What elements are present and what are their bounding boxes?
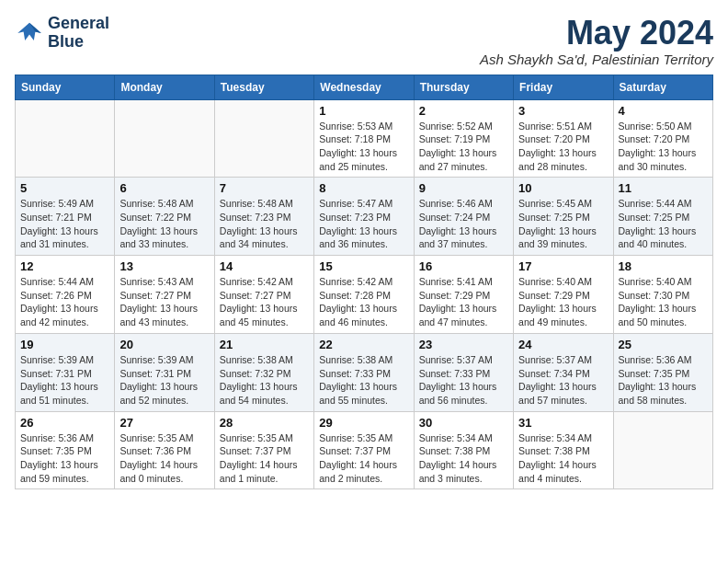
calendar-cell: 1Sunrise: 5:53 AM Sunset: 7:18 PM Daylig… — [314, 99, 414, 178]
day-info: Sunrise: 5:42 AM Sunset: 7:27 PM Dayligh… — [220, 275, 309, 329]
calendar-cell — [16, 99, 115, 178]
day-number: 26 — [20, 416, 109, 430]
day-number: 19 — [20, 338, 109, 351]
day-number: 13 — [119, 259, 209, 273]
calendar-cell: 19Sunrise: 5:39 AM Sunset: 7:31 PM Dayli… — [16, 333, 115, 411]
calendar-cell: 22Sunrise: 5:38 AM Sunset: 7:33 PM Dayli… — [314, 333, 414, 411]
calendar-cell: 30Sunrise: 5:34 AM Sunset: 7:38 PM Dayli… — [414, 411, 513, 489]
calendar-header-row: SundayMondayTuesdayWednesdayThursdayFrid… — [16, 75, 713, 99]
day-number: 15 — [319, 259, 408, 273]
page-header: General Blue May 2024 Ash Shaykh Sa'd, P… — [15, 15, 713, 67]
day-info: Sunrise: 5:34 AM Sunset: 7:38 PM Dayligh… — [419, 431, 508, 486]
calendar-cell: 20Sunrise: 5:39 AM Sunset: 7:31 PM Dayli… — [115, 333, 214, 411]
day-number: 22 — [319, 338, 408, 351]
calendar-cell: 29Sunrise: 5:35 AM Sunset: 7:37 PM Dayli… — [314, 411, 414, 489]
calendar-cell: 21Sunrise: 5:38 AM Sunset: 7:32 PM Dayli… — [214, 333, 313, 411]
weekday-header-thursday: Thursday — [414, 75, 513, 99]
day-info: Sunrise: 5:35 AM Sunset: 7:37 PM Dayligh… — [319, 431, 408, 486]
day-number: 23 — [419, 338, 508, 351]
day-number: 30 — [419, 416, 508, 430]
day-info: Sunrise: 5:36 AM Sunset: 7:35 PM Dayligh… — [619, 353, 708, 408]
calendar-cell: 6Sunrise: 5:48 AM Sunset: 7:22 PM Daylig… — [115, 178, 214, 256]
day-number: 10 — [518, 181, 608, 195]
calendar-cell: 2Sunrise: 5:52 AM Sunset: 7:19 PM Daylig… — [414, 99, 513, 178]
calendar-cell: 13Sunrise: 5:43 AM Sunset: 7:27 PM Dayli… — [115, 256, 214, 334]
calendar-cell: 27Sunrise: 5:35 AM Sunset: 7:36 PM Dayli… — [115, 411, 214, 489]
weekday-header-monday: Monday — [115, 75, 214, 99]
day-number: 31 — [518, 416, 608, 430]
day-info: Sunrise: 5:40 AM Sunset: 7:30 PM Dayligh… — [619, 275, 708, 329]
day-info: Sunrise: 5:37 AM Sunset: 7:34 PM Dayligh… — [518, 353, 608, 408]
calendar-cell: 14Sunrise: 5:42 AM Sunset: 7:27 PM Dayli… — [214, 256, 313, 334]
day-info: Sunrise: 5:47 AM Sunset: 7:23 PM Dayligh… — [319, 197, 408, 251]
calendar-week-2: 5Sunrise: 5:49 AM Sunset: 7:21 PM Daylig… — [16, 178, 713, 256]
calendar-cell: 4Sunrise: 5:50 AM Sunset: 7:20 PM Daylig… — [613, 99, 712, 178]
title-block: May 2024 Ash Shaykh Sa'd, Palestinian Te… — [480, 15, 713, 67]
calendar-week-5: 26Sunrise: 5:36 AM Sunset: 7:35 PM Dayli… — [16, 411, 713, 489]
calendar-cell — [214, 99, 313, 178]
day-number: 7 — [220, 181, 309, 195]
day-number: 28 — [220, 416, 309, 430]
calendar-cell: 11Sunrise: 5:44 AM Sunset: 7:25 PM Dayli… — [613, 178, 712, 256]
day-number: 25 — [619, 338, 708, 351]
calendar-cell — [613, 411, 712, 489]
calendar-cell: 5Sunrise: 5:49 AM Sunset: 7:21 PM Daylig… — [16, 178, 115, 256]
day-info: Sunrise: 5:34 AM Sunset: 7:38 PM Dayligh… — [518, 431, 608, 486]
day-number: 14 — [220, 259, 309, 273]
calendar-cell: 9Sunrise: 5:46 AM Sunset: 7:24 PM Daylig… — [414, 178, 513, 256]
day-info: Sunrise: 5:37 AM Sunset: 7:33 PM Dayligh… — [419, 353, 508, 408]
day-number: 21 — [220, 338, 309, 351]
weekday-header-friday: Friday — [514, 75, 613, 99]
calendar-cell: 23Sunrise: 5:37 AM Sunset: 7:33 PM Dayli… — [414, 333, 513, 411]
day-info: Sunrise: 5:35 AM Sunset: 7:36 PM Dayligh… — [119, 431, 209, 486]
day-info: Sunrise: 5:41 AM Sunset: 7:29 PM Dayligh… — [419, 275, 508, 329]
weekday-header-wednesday: Wednesday — [314, 75, 414, 99]
weekday-header-tuesday: Tuesday — [214, 75, 313, 99]
day-info: Sunrise: 5:36 AM Sunset: 7:35 PM Dayligh… — [20, 431, 109, 486]
day-number: 16 — [419, 259, 508, 273]
day-info: Sunrise: 5:40 AM Sunset: 7:29 PM Dayligh… — [518, 275, 608, 329]
day-info: Sunrise: 5:48 AM Sunset: 7:23 PM Dayligh… — [220, 197, 309, 251]
day-info: Sunrise: 5:39 AM Sunset: 7:31 PM Dayligh… — [119, 353, 209, 408]
day-info: Sunrise: 5:44 AM Sunset: 7:26 PM Dayligh… — [20, 275, 109, 329]
calendar-cell: 7Sunrise: 5:48 AM Sunset: 7:23 PM Daylig… — [214, 178, 313, 256]
calendar-cell: 16Sunrise: 5:41 AM Sunset: 7:29 PM Dayli… — [414, 256, 513, 334]
day-number: 18 — [619, 259, 708, 273]
calendar-cell: 25Sunrise: 5:36 AM Sunset: 7:35 PM Dayli… — [613, 333, 712, 411]
calendar-cell: 28Sunrise: 5:35 AM Sunset: 7:37 PM Dayli… — [214, 411, 313, 489]
day-number: 11 — [619, 181, 708, 195]
calendar-table: SundayMondayTuesdayWednesdayThursdayFrid… — [15, 75, 713, 490]
logo-text: General Blue — [48, 15, 109, 52]
day-info: Sunrise: 5:53 AM Sunset: 7:18 PM Dayligh… — [319, 120, 408, 174]
calendar-cell: 15Sunrise: 5:42 AM Sunset: 7:28 PM Dayli… — [314, 256, 414, 334]
day-number: 29 — [319, 416, 408, 430]
calendar-cell: 8Sunrise: 5:47 AM Sunset: 7:23 PM Daylig… — [314, 178, 414, 256]
day-number: 3 — [518, 104, 608, 118]
day-info: Sunrise: 5:49 AM Sunset: 7:21 PM Dayligh… — [20, 197, 109, 251]
weekday-header-sunday: Sunday — [16, 75, 115, 99]
logo: General Blue — [15, 15, 109, 52]
day-number: 5 — [20, 181, 109, 195]
day-number: 6 — [119, 181, 209, 195]
day-info: Sunrise: 5:38 AM Sunset: 7:32 PM Dayligh… — [220, 353, 309, 408]
day-info: Sunrise: 5:35 AM Sunset: 7:37 PM Dayligh… — [220, 431, 309, 486]
day-info: Sunrise: 5:39 AM Sunset: 7:31 PM Dayligh… — [20, 353, 109, 408]
calendar-cell: 10Sunrise: 5:45 AM Sunset: 7:25 PM Dayli… — [514, 178, 613, 256]
logo-icon — [15, 18, 44, 48]
day-info: Sunrise: 5:52 AM Sunset: 7:19 PM Dayligh… — [419, 120, 508, 174]
calendar-week-3: 12Sunrise: 5:44 AM Sunset: 7:26 PM Dayli… — [16, 256, 713, 334]
calendar-cell: 18Sunrise: 5:40 AM Sunset: 7:30 PM Dayli… — [613, 256, 712, 334]
calendar-week-4: 19Sunrise: 5:39 AM Sunset: 7:31 PM Dayli… — [16, 333, 713, 411]
day-info: Sunrise: 5:38 AM Sunset: 7:33 PM Dayligh… — [319, 353, 408, 408]
calendar-cell — [115, 99, 214, 178]
day-number: 24 — [518, 338, 608, 351]
month-title: May 2024 — [480, 15, 713, 52]
day-info: Sunrise: 5:43 AM Sunset: 7:27 PM Dayligh… — [119, 275, 209, 329]
day-number: 9 — [419, 181, 508, 195]
calendar-cell: 12Sunrise: 5:44 AM Sunset: 7:26 PM Dayli… — [16, 256, 115, 334]
day-info: Sunrise: 5:45 AM Sunset: 7:25 PM Dayligh… — [518, 197, 608, 251]
day-number: 1 — [319, 104, 408, 118]
day-number: 2 — [419, 104, 508, 118]
day-info: Sunrise: 5:50 AM Sunset: 7:20 PM Dayligh… — [619, 120, 708, 174]
calendar-cell: 31Sunrise: 5:34 AM Sunset: 7:38 PM Dayli… — [514, 411, 613, 489]
